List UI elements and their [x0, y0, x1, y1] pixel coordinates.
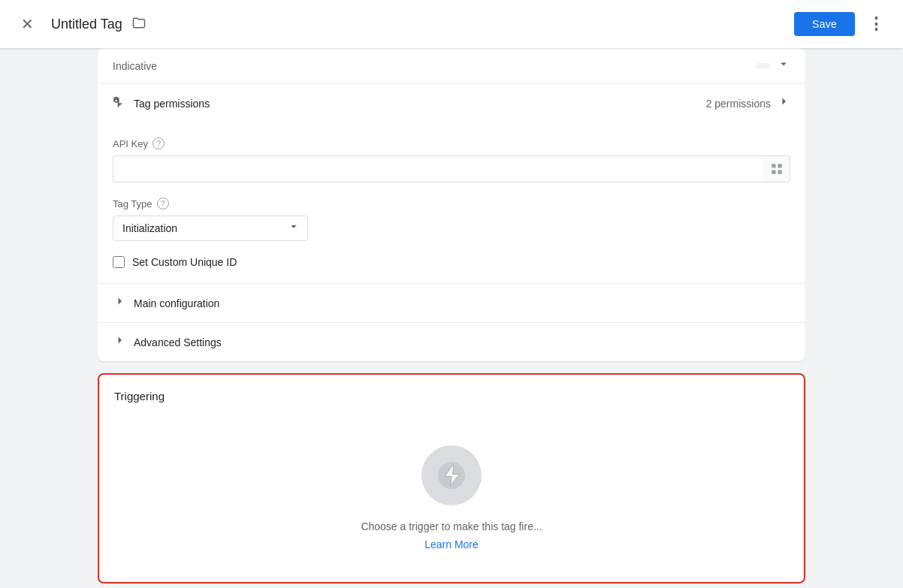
permissions-count: 2 permissions — [706, 98, 771, 110]
svg-rect-1 — [778, 164, 781, 167]
trigger-center: Choose a trigger to make this tag fire..… — [114, 421, 789, 567]
main-config-chevron-icon — [113, 294, 126, 312]
expand-icon[interactable] — [777, 57, 790, 74]
api-key-help-icon[interactable]: ? — [153, 137, 165, 149]
tag-type-select[interactable]: Initialization Standard Custom — [113, 216, 308, 241]
save-button[interactable]: Save — [794, 12, 855, 36]
custom-unique-id-checkbox[interactable] — [113, 256, 125, 268]
trigger-lightning-icon — [438, 462, 465, 489]
permissions-row[interactable]: Tag permissions 2 permissions — [98, 84, 805, 122]
custom-unique-id-row: Set Custom Unique ID — [98, 256, 805, 283]
header: ✕ Untitled Tag Save ⋮ — [0, 0, 903, 48]
key-icon — [113, 96, 125, 111]
svg-rect-2 — [772, 170, 775, 174]
indicative-label: Indicative — [113, 60, 157, 72]
learn-more-link[interactable]: Learn More — [424, 538, 479, 550]
tag-type-section: Tag Type ? Initialization Standard Custo… — [98, 198, 805, 256]
api-key-input-row — [113, 155, 790, 182]
close-button[interactable]: ✕ — [12, 9, 42, 39]
main-content: Indicative Tag permissions 2 permissions — [0, 48, 903, 588]
folder-icon[interactable] — [131, 15, 146, 34]
advanced-settings-row[interactable]: Advanced Settings — [98, 322, 805, 361]
close-icon: ✕ — [21, 15, 34, 33]
trigger-icon-circle — [421, 445, 482, 505]
permissions-label: Tag permissions — [134, 98, 706, 110]
trigger-description: Choose a trigger to make this tag fire..… — [361, 520, 542, 532]
api-key-input[interactable] — [113, 155, 763, 182]
triggering-title: Triggering — [114, 390, 165, 403]
api-key-section: API Key ? — [98, 122, 805, 182]
header-left: ✕ Untitled Tag — [12, 9, 794, 39]
triggering-card: Triggering Choose a trigger to make this… — [98, 373, 805, 583]
tag-type-select-wrapper: Initialization Standard Custom — [113, 216, 308, 241]
main-config-label: Main configuration — [134, 297, 219, 309]
page-title: Untitled Tag — [51, 17, 122, 32]
custom-unique-id-label[interactable]: Set Custom Unique ID — [132, 256, 237, 268]
variable-picker-button[interactable] — [763, 155, 790, 182]
advanced-settings-label: Advanced Settings — [134, 336, 222, 348]
svg-rect-3 — [778, 170, 781, 174]
advanced-settings-chevron-icon — [113, 333, 126, 351]
tag-type-help-icon[interactable]: ? — [157, 198, 169, 210]
main-config-row[interactable]: Main configuration — [98, 283, 805, 322]
more-options-button[interactable]: ⋮ — [861, 9, 891, 39]
header-right: Save ⋮ — [794, 9, 891, 39]
more-icon: ⋮ — [868, 14, 885, 34]
indicative-row: Indicative — [98, 48, 805, 84]
tag-config-card: Indicative Tag permissions 2 permissions — [98, 48, 805, 361]
indicative-right — [756, 57, 790, 74]
indicative-button[interactable] — [756, 63, 771, 69]
chevron-right-icon — [777, 95, 790, 112]
api-key-label: API Key ? — [113, 137, 790, 149]
svg-rect-0 — [772, 164, 775, 167]
tag-type-label: Tag Type ? — [113, 198, 790, 210]
